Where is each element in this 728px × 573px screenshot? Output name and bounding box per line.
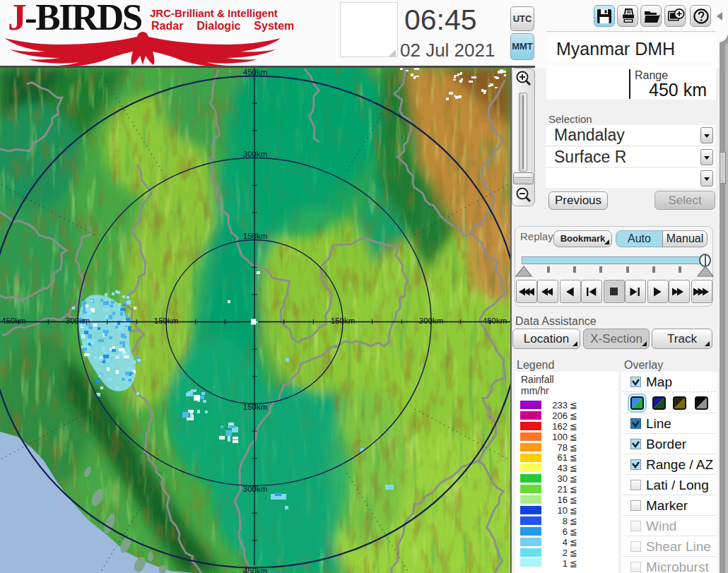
svg-text:300km: 300km bbox=[243, 485, 268, 493]
svg-text:150km: 150km bbox=[154, 317, 179, 325]
svg-text:450km: 450km bbox=[243, 567, 268, 573]
svg-text:300km: 300km bbox=[243, 150, 268, 158]
svg-text:150km: 150km bbox=[243, 403, 268, 411]
svg-text:450km: 450km bbox=[483, 317, 507, 325]
svg-text:150km: 150km bbox=[331, 317, 356, 325]
svg-text:300km: 300km bbox=[66, 317, 90, 325]
svg-text:450km: 450km bbox=[1, 317, 26, 325]
svg-text:450km: 450km bbox=[243, 68, 268, 76]
svg-text:300km: 300km bbox=[419, 317, 444, 325]
svg-text:150km: 150km bbox=[243, 232, 268, 240]
